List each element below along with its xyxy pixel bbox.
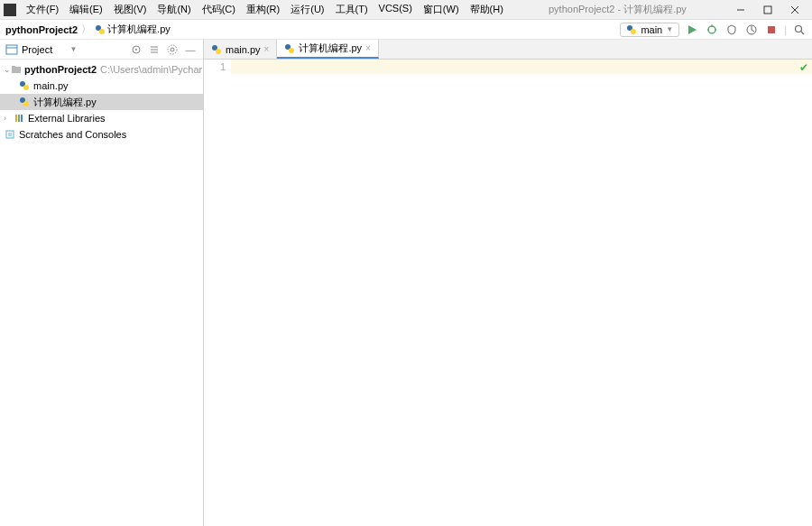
library-icon xyxy=(13,112,25,125)
maximize-icon xyxy=(763,5,772,14)
minimize-button[interactable] xyxy=(727,1,754,19)
coverage-icon xyxy=(726,24,737,35)
svg-point-33 xyxy=(23,101,29,106)
svg-marker-8 xyxy=(688,25,697,34)
svg-rect-19 xyxy=(6,45,17,54)
hide-button[interactable]: — xyxy=(183,42,198,57)
tree-external-label: External Libraries xyxy=(28,113,106,124)
svg-point-27 xyxy=(168,45,177,54)
svg-line-15 xyxy=(752,30,754,32)
svg-point-31 xyxy=(23,85,29,90)
settings-button[interactable] xyxy=(165,42,180,57)
svg-point-5 xyxy=(99,29,105,34)
chevron-down-icon[interactable]: ▼ xyxy=(70,45,78,53)
editor-tabs: main.py × 计算机编程.py × xyxy=(204,40,812,60)
menu-tools[interactable]: 工具(T) xyxy=(331,1,373,18)
debug-button[interactable] xyxy=(705,23,719,37)
run-button[interactable] xyxy=(685,23,699,37)
tree-file-current[interactable]: 计算机编程.py xyxy=(0,94,203,110)
tab-label: main.py xyxy=(226,44,261,55)
select-opened-file-button[interactable] xyxy=(129,42,143,57)
toolbar: | xyxy=(685,23,807,37)
menu-run[interactable]: 运行(U) xyxy=(286,1,328,18)
expand-arrow-icon[interactable]: ⌄ xyxy=(4,65,11,74)
expand-arrow-icon[interactable]: › xyxy=(4,114,13,123)
chevron-right-icon: 〉 xyxy=(81,23,91,36)
gear-icon xyxy=(167,44,178,55)
profile-button[interactable] xyxy=(744,23,759,37)
tree-file-label: 计算机编程.py xyxy=(33,96,97,109)
menu-help[interactable]: 帮助(H) xyxy=(466,1,508,18)
scratches-icon xyxy=(4,128,16,141)
separator: | xyxy=(784,24,787,35)
tree-file-main[interactable]: main.py xyxy=(0,78,203,94)
svg-point-9 xyxy=(708,26,715,33)
tree-file-label: main.py xyxy=(33,80,69,91)
minimize-icon xyxy=(736,5,745,14)
project-panel-header: Project ▼ — xyxy=(0,40,203,60)
python-file-icon xyxy=(95,24,106,35)
titlebar: 文件(F) 编辑(E) 视图(V) 导航(N) 代码(C) 重构(R) 运行(U… xyxy=(0,0,812,20)
target-icon xyxy=(131,44,142,55)
search-button[interactable] xyxy=(792,23,807,37)
stop-icon xyxy=(767,25,776,34)
line-gutter: 1 xyxy=(204,60,231,526)
menu-file[interactable]: 文件(F) xyxy=(22,1,63,18)
code-area[interactable]: ✔ xyxy=(231,60,812,526)
menu-bar: 文件(F) 编辑(E) 视图(V) 导航(N) 代码(C) 重构(R) 运行(U… xyxy=(22,1,508,18)
svg-rect-16 xyxy=(768,26,775,33)
svg-line-18 xyxy=(801,32,804,34)
svg-rect-37 xyxy=(6,131,14,138)
search-icon xyxy=(794,24,805,35)
python-file-icon xyxy=(284,43,295,54)
tab-current[interactable]: 计算机编程.py × xyxy=(277,40,379,59)
run-config-selector[interactable]: main ▼ xyxy=(620,23,679,37)
tree-root-path: C:\Users\admin\PycharmProjects\p xyxy=(100,64,203,75)
svg-rect-29 xyxy=(12,66,15,69)
menu-vcs[interactable]: VCS(S) xyxy=(374,1,417,18)
menu-edit[interactable]: 编辑(E) xyxy=(65,1,107,18)
inspection-ok-icon[interactable]: ✔ xyxy=(799,61,808,74)
close-button[interactable] xyxy=(781,1,808,19)
menu-view[interactable]: 视图(V) xyxy=(109,1,152,18)
navbar: pythonProject2 〉 计算机编程.py main ▼ | xyxy=(0,20,812,40)
menu-refactor[interactable]: 重构(R) xyxy=(242,1,284,18)
close-icon xyxy=(790,5,799,14)
tree-scratches[interactable]: Scratches and Consoles xyxy=(0,126,203,143)
project-sidebar: Project ▼ — ⌄ pythonProject2 xyxy=(0,40,204,526)
project-panel-title[interactable]: Project xyxy=(22,44,67,55)
tree-root[interactable]: ⌄ pythonProject2 C:\Users\admin\PycharmP… xyxy=(0,61,203,78)
run-coverage-button[interactable] xyxy=(724,23,739,37)
svg-rect-34 xyxy=(15,115,17,122)
breadcrumb-project[interactable]: pythonProject2 xyxy=(5,24,78,35)
app-icon xyxy=(4,4,16,16)
menu-window[interactable]: 窗口(W) xyxy=(419,1,464,18)
tree-root-name: pythonProject2 xyxy=(24,64,97,75)
tab-close-icon[interactable]: × xyxy=(365,43,371,53)
svg-point-7 xyxy=(631,29,636,34)
bug-icon xyxy=(706,24,717,35)
expand-icon xyxy=(149,44,160,55)
menu-code[interactable]: 代码(C) xyxy=(198,1,240,18)
breadcrumb-file[interactable]: 计算机编程.py xyxy=(95,23,171,36)
tab-close-icon[interactable]: × xyxy=(264,44,270,54)
project-panel-icon xyxy=(5,43,18,56)
maximize-button[interactable] xyxy=(754,1,781,19)
tab-main[interactable]: main.py × xyxy=(204,40,277,59)
tab-label: 计算机编程.py xyxy=(299,42,362,55)
window-controls xyxy=(727,1,808,19)
stop-button[interactable] xyxy=(764,23,779,37)
tree-scratches-label: Scratches and Consoles xyxy=(19,129,126,140)
window-title: pythonProject2 - 计算机编程.py xyxy=(508,3,727,16)
python-file-icon xyxy=(18,79,31,92)
python-file-icon xyxy=(18,96,31,108)
python-file-icon xyxy=(211,44,222,55)
project-tree[interactable]: ⌄ pythonProject2 C:\Users\admin\PycharmP… xyxy=(0,60,203,526)
menu-navigate[interactable]: 导航(N) xyxy=(152,1,195,18)
editor-body[interactable]: 1 ✔ xyxy=(204,60,812,526)
svg-point-26 xyxy=(171,48,174,51)
tree-external-libraries[interactable]: › External Libraries xyxy=(0,110,203,126)
expand-all-button[interactable] xyxy=(147,42,161,57)
current-line-highlight xyxy=(231,60,812,74)
breadcrumb-project-label: pythonProject2 xyxy=(5,24,78,35)
